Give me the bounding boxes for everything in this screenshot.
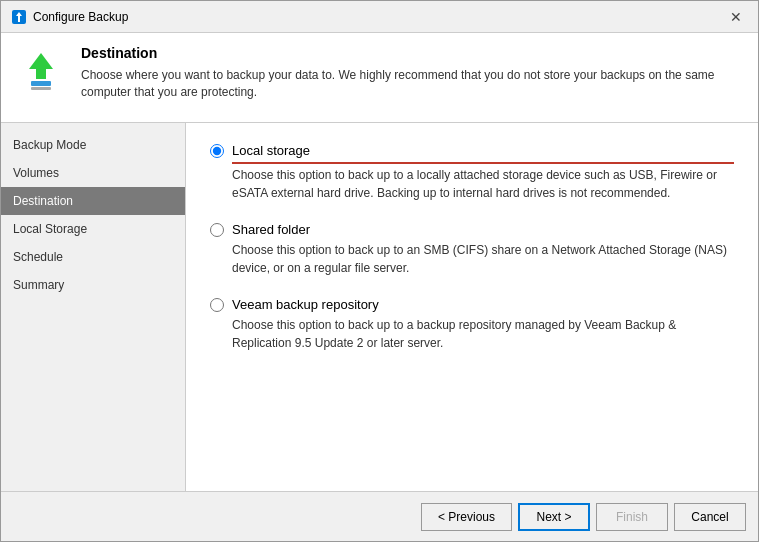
sidebar-item-backup-mode[interactable]: Backup Mode (1, 131, 185, 159)
sidebar-item-volumes[interactable]: Volumes (1, 159, 185, 187)
configure-backup-dialog: Configure Backup ✕ Destination Choose wh… (0, 0, 759, 542)
title-bar-left: Configure Backup (11, 9, 128, 25)
sidebar-item-destination[interactable]: Destination (1, 187, 185, 215)
footer: < Previous Next > Finish Cancel (1, 491, 758, 541)
header-title: Destination (81, 45, 742, 61)
header-icon (17, 45, 65, 93)
finish-button[interactable]: Finish (596, 503, 668, 531)
veeam-backup-desc: Choose this option to back up to a backu… (232, 316, 734, 352)
veeam-backup-radio[interactable] (210, 298, 224, 312)
destination-icon (17, 45, 65, 93)
veeam-backup-option: Veeam backup repository Choose this opti… (210, 297, 734, 352)
local-storage-option: Local storage Choose this option to back… (210, 143, 734, 202)
veeam-backup-label-row: Veeam backup repository (210, 297, 734, 312)
shared-folder-label[interactable]: Shared folder (232, 222, 310, 237)
title-bar: Configure Backup ✕ (1, 1, 758, 33)
sidebar-item-local-storage[interactable]: Local Storage (1, 215, 185, 243)
local-storage-desc: Choose this option to back up to a local… (232, 166, 734, 202)
selected-underline (232, 162, 734, 164)
previous-button[interactable]: < Previous (421, 503, 512, 531)
dialog-icon (11, 9, 27, 25)
close-button[interactable]: ✕ (724, 8, 748, 26)
radio-group: Local storage Choose this option to back… (210, 143, 734, 352)
local-storage-label-row: Local storage (210, 143, 734, 158)
sidebar-item-schedule[interactable]: Schedule (1, 243, 185, 271)
shared-folder-desc: Choose this option to back up to an SMB … (232, 241, 734, 277)
shared-folder-option: Shared folder Choose this option to back… (210, 222, 734, 277)
header-text: Destination Choose where you want to bac… (81, 45, 742, 101)
sidebar-item-summary[interactable]: Summary (1, 271, 185, 299)
header-description: Choose where you want to backup your dat… (81, 67, 742, 101)
main-content: Local storage Choose this option to back… (186, 123, 758, 491)
content-area: Backup Mode Volumes Destination Local St… (1, 123, 758, 491)
local-storage-label[interactable]: Local storage (232, 143, 310, 158)
cancel-button[interactable]: Cancel (674, 503, 746, 531)
veeam-backup-label[interactable]: Veeam backup repository (232, 297, 379, 312)
sidebar: Backup Mode Volumes Destination Local St… (1, 123, 186, 491)
local-storage-radio[interactable] (210, 144, 224, 158)
svg-marker-2 (29, 53, 53, 79)
shared-folder-radio[interactable] (210, 223, 224, 237)
svg-rect-3 (31, 81, 51, 86)
header-section: Destination Choose where you want to bac… (1, 33, 758, 123)
dialog-title: Configure Backup (33, 10, 128, 24)
next-button[interactable]: Next > (518, 503, 590, 531)
svg-rect-4 (31, 87, 51, 90)
shared-folder-label-row: Shared folder (210, 222, 734, 237)
